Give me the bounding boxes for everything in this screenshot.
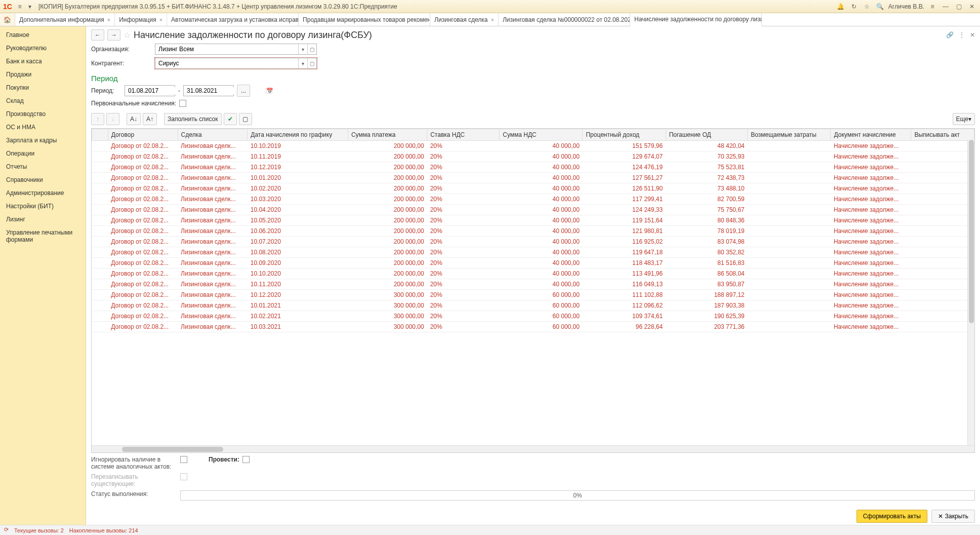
tab-0[interactable]: Дополнительная информация× [15,13,115,26]
nav-back-button[interactable]: ← [91,29,104,41]
tab-5[interactable]: Лизинговая сделка №000000022 от 02.08.20… [499,13,630,26]
column-header[interactable]: Документ начисление [831,129,911,141]
organization-input[interactable] [155,44,298,54]
close-window-icon[interactable]: ✕ [967,2,977,11]
open-dialog-icon[interactable]: ▢ [307,44,316,54]
maximize-icon[interactable]: ▢ [954,2,964,11]
bell-icon[interactable]: 🔔 [836,2,846,11]
table-row[interactable]: Договор от 02.08.2...Лизинговая сделк...… [92,311,974,322]
sidebar-item-2[interactable]: Банк и касса [0,55,86,68]
move-down-button[interactable]: ↓ [106,113,119,125]
table-row[interactable]: Договор от 02.08.2...Лизинговая сделк...… [92,279,974,290]
search-icon[interactable]: 🔍 [875,2,885,11]
period-picker-button[interactable]: ... [237,85,250,97]
close-button[interactable]: ✕Закрыть [931,510,975,523]
table-row[interactable]: Договор от 02.08.2...Лизинговая сделк...… [92,300,974,311]
table-row[interactable]: Договор от 02.08.2...Лизинговая сделк...… [92,237,974,247]
sidebar-item-9[interactable]: Операции [0,147,86,160]
sidebar-item-1[interactable]: Руководителю [0,42,86,55]
close-page-icon[interactable]: ✕ [970,31,975,39]
sidebar-item-7[interactable]: ОС и НМА [0,121,86,134]
ignore-checkbox[interactable] [180,456,187,463]
table-row[interactable]: Договор от 02.08.2...Лизинговая сделк...… [92,247,974,258]
tab-close-icon[interactable]: × [107,17,110,23]
date-from-input[interactable]: 📅 [125,85,175,96]
star-icon[interactable]: ☆ [862,2,872,11]
table-row[interactable]: Договор от 02.08.2...Лизинговая сделк...… [92,141,974,151]
sidebar-item-12[interactable]: Администрирование [0,186,86,200]
link-icon[interactable]: 🔗 [946,31,954,39]
sidebar-item-4[interactable]: Покупки [0,81,86,94]
user-name[interactable]: Агличев В.В. [888,3,924,10]
column-header[interactable]: Ставка НДС [427,129,500,141]
sidebar-item-13[interactable]: Настройки (БИТ) [0,200,86,213]
sort-asc-button[interactable]: A↓ [127,113,141,125]
tab-close-icon[interactable]: × [491,17,494,23]
table-row[interactable]: Договор от 02.08.2...Лизинговая сделк...… [92,226,974,237]
user-menu-icon[interactable]: ≡ [927,2,937,11]
column-header[interactable]: Сумма НДС [500,129,583,141]
tab-4[interactable]: Лизинговая сделка× [430,13,499,26]
tab-2[interactable]: Автоматическая загрузка и установка испр… [167,13,299,26]
organization-combo[interactable]: ▾ ▢ [155,44,317,55]
home-tab[interactable]: 🏠 [0,13,15,26]
dropdown-icon[interactable]: ▾ [25,2,34,11]
horizontal-scrollbar[interactable] [92,445,974,452]
initial-accruals-checkbox[interactable] [179,100,186,107]
table-row[interactable]: Договор от 02.08.2...Лизинговая сделк...… [92,215,974,226]
move-up-button[interactable]: ↑ [91,113,104,125]
tab-1[interactable]: Информация× [115,13,167,26]
sidebar-item-5[interactable]: Склад [0,94,86,107]
history-icon[interactable]: ↻ [849,2,859,11]
minimize-icon[interactable]: — [941,2,951,11]
sidebar-item-15[interactable]: Управление печатными формами [0,226,86,246]
sidebar-item-11[interactable]: Справочники [0,173,86,186]
counterparty-combo[interactable]: ▾ ▢ [155,58,317,69]
table-row[interactable]: Договор от 02.08.2...Лизинговая сделк...… [92,290,974,300]
open-dialog-icon[interactable]: ▢ [307,58,316,68]
calendar-icon[interactable]: 📅 [266,88,273,94]
column-header[interactable]: Дата начисления по графику [248,129,348,141]
check-all-button[interactable]: ✔ [224,113,237,125]
dropdown-icon[interactable]: ▾ [298,44,307,54]
sidebar-item-8[interactable]: Зарплата и кадры [0,134,86,147]
sort-desc-button[interactable]: A↑ [143,113,157,125]
favorite-icon[interactable]: ☆ [124,30,131,40]
date-to-input[interactable]: 📅 [183,85,234,96]
tab-6[interactable]: Начисление задолженности по договору лиз… [630,13,762,26]
table-row[interactable]: Договор от 02.08.2...Лизинговая сделк...… [92,258,974,269]
more-menu-icon[interactable]: ⋮ [959,31,965,39]
sidebar-item-0[interactable]: Главное [0,28,86,42]
menu-icon[interactable]: ≡ [15,2,24,11]
form-acts-button[interactable]: Сформировать акты [856,510,927,523]
table-row[interactable]: Договор от 02.08.2...Лизинговая сделк...… [92,322,974,332]
column-header[interactable]: Погашение ОД [666,129,748,141]
counterparty-input[interactable] [155,58,298,68]
column-header[interactable]: Сумма платежа [348,129,427,141]
sidebar-item-10[interactable]: Отчеты [0,160,86,173]
table-row[interactable]: Договор от 02.08.2...Лизинговая сделк...… [92,269,974,279]
tab-3[interactable]: Продавцам маркированных товаров рекоменд… [299,13,430,26]
post-checkbox[interactable] [242,456,250,463]
vertical-scrollbar[interactable] [967,140,974,445]
column-header[interactable]: Выписывать акт [911,129,974,141]
dropdown-icon[interactable]: ▾ [298,58,307,68]
sidebar-item-14[interactable]: Лизинг [0,213,86,226]
table-row[interactable]: Договор от 02.08.2...Лизинговая сделк...… [92,173,974,183]
column-header[interactable]: Договор [108,129,178,141]
nav-forward-button[interactable]: → [107,29,120,41]
fill-list-button[interactable]: Заполнить список [164,113,222,125]
table-row[interactable]: Договор от 02.08.2...Лизинговая сделк...… [92,162,974,173]
table-row[interactable]: Договор от 02.08.2...Лизинговая сделк...… [92,151,974,162]
more-button[interactable]: Еще ▾ [953,113,975,125]
table-row[interactable]: Договор от 02.08.2...Лизинговая сделк...… [92,183,974,194]
sidebar-item-6[interactable]: Производство [0,107,86,121]
sidebar-item-3[interactable]: Продажи [0,68,86,81]
table-row[interactable]: Договор от 02.08.2...Лизинговая сделк...… [92,205,974,215]
table-row[interactable]: Договор от 02.08.2...Лизинговая сделк...… [92,194,974,205]
tab-close-icon[interactable]: × [159,17,162,23]
column-header[interactable]: Процентный доход [583,129,666,141]
column-header[interactable]: Возмещаемые затраты [748,129,831,141]
column-header[interactable]: Сделка [178,129,248,141]
uncheck-all-button[interactable]: ▢ [239,113,252,125]
